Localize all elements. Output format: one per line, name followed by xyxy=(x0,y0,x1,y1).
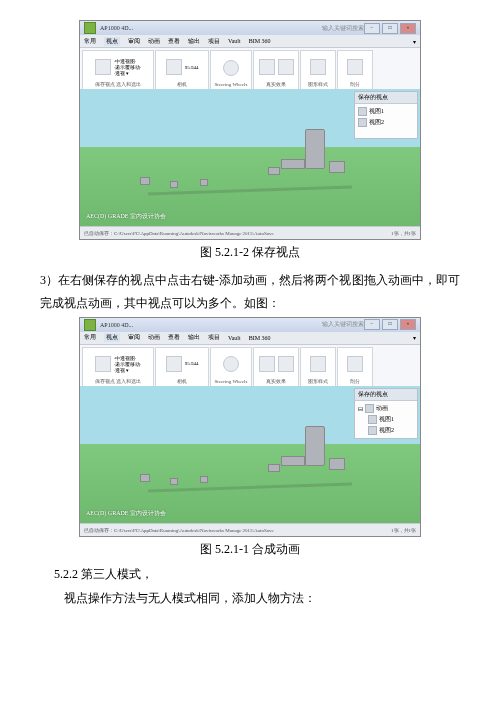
menu-item[interactable]: 输出 xyxy=(188,37,200,46)
ribbon-label: 图形样式 xyxy=(303,81,333,87)
window-titlebar: AP1000 4D... 输入关键词搜索 − □ × xyxy=(80,318,420,332)
close-button[interactable]: × xyxy=(400,319,416,330)
ribbon-label: 保存视点 xyxy=(95,82,115,87)
building-model xyxy=(268,167,280,175)
menu-item[interactable]: 审阅 xyxy=(128,333,140,342)
viewport-3d[interactable]: 保存的视点 视图1 视图2 AEC(D) GRADE 室内设计协会 xyxy=(80,89,420,227)
building-model xyxy=(140,474,150,482)
ribbon: ·中透视图··递示覆移动··透视 ▾ 保存视点 选入和选出 95.944 相机 … xyxy=(80,345,420,390)
section-icon[interactable] xyxy=(347,59,363,75)
ribbon-label: Steering Wheels xyxy=(213,379,249,384)
viewport-3d[interactable]: 保存的视点 ⊟动画 视图1 视图2 AEC(D) GRADE 室内设计协会 xyxy=(80,386,420,524)
animation-item[interactable]: ⊟动画 xyxy=(358,403,414,414)
watermark: AEC(D) GRADE 室内设计协会 xyxy=(86,212,166,221)
coord-value: 95.944 xyxy=(185,361,199,366)
viewpoint-item[interactable]: 视图2 xyxy=(358,425,414,436)
menu-item[interactable]: 输出 xyxy=(188,333,200,342)
building-model xyxy=(140,177,150,185)
menu-item[interactable]: 常用 xyxy=(84,37,96,46)
viewpoint-label: 视图2 xyxy=(379,426,394,435)
close-button[interactable]: × xyxy=(400,23,416,34)
figure-caption-1: 图 5.2.1-2 保存视点 xyxy=(40,244,460,261)
screenshot-1: AP1000 4D... 输入关键词搜索 − □ × 常用 视点 审阅 动画 查… xyxy=(79,20,421,240)
status-page: 1张，共1张 xyxy=(391,527,416,533)
menu-item[interactable]: BIM 360 xyxy=(249,335,271,341)
building-model xyxy=(329,458,345,470)
building-model xyxy=(305,426,325,466)
menu-item[interactable]: Vault xyxy=(228,38,241,44)
menu-item[interactable]: 动画 xyxy=(148,333,160,342)
effect-icon[interactable] xyxy=(278,59,294,75)
viewpoint-item[interactable]: 视图1 xyxy=(358,414,414,425)
panel-header: 保存的视点 xyxy=(355,92,417,104)
menu-bar: 常用 视点 审阅 动画 查看 输出 项目 Vault BIM 360 ▾ xyxy=(80,332,420,345)
viewpoint-icon xyxy=(358,118,367,127)
section-icon[interactable] xyxy=(347,356,363,372)
animation-label: 动画 xyxy=(376,404,388,413)
minimize-button[interactable]: − xyxy=(364,319,380,330)
dropdown-icon[interactable]: ▾ xyxy=(413,38,416,45)
camera-icon[interactable] xyxy=(166,356,182,372)
minimize-button[interactable]: − xyxy=(364,23,380,34)
maximize-button[interactable]: □ xyxy=(382,23,398,34)
viewpoint-icon xyxy=(368,426,377,435)
ribbon-label: 选入和选出 xyxy=(116,82,141,87)
watermark: AEC(D) GRADE 室内设计协会 xyxy=(86,509,166,518)
building-model xyxy=(329,161,345,173)
style-icon[interactable] xyxy=(310,59,326,75)
ribbon-label: 相机 xyxy=(158,81,206,87)
menu-item[interactable]: 项目 xyxy=(208,333,220,342)
save-viewpoint-icon[interactable] xyxy=(95,59,111,75)
viewpoint-item[interactable]: 视图2 xyxy=(358,117,414,128)
steering-wheels-icon[interactable] xyxy=(223,60,239,76)
ribbon-label: 真实效果 xyxy=(256,81,296,87)
maximize-button[interactable]: □ xyxy=(382,319,398,330)
status-page: 1张，共1张 xyxy=(391,230,416,236)
effect-icon[interactable] xyxy=(278,356,294,372)
menu-item[interactable]: 视点 xyxy=(104,333,120,342)
menu-item[interactable]: 动画 xyxy=(148,37,160,46)
ribbon-label: 剖分 xyxy=(340,378,370,384)
menu-item[interactable]: 项目 xyxy=(208,37,220,46)
menu-item[interactable]: 审阅 xyxy=(128,37,140,46)
building-model xyxy=(200,476,208,483)
app-icon xyxy=(84,22,96,34)
viewpoint-label: 视图1 xyxy=(379,415,394,424)
building-model xyxy=(305,129,325,169)
effect-icon[interactable] xyxy=(259,356,275,372)
building-model xyxy=(200,179,208,186)
steering-wheels-icon[interactable] xyxy=(223,356,239,372)
ribbon: ·中透视图··递示覆移动··透视 ▾ 保存视点 选入和选出 95.944 相机 … xyxy=(80,48,420,93)
building-model xyxy=(170,181,178,188)
saved-viewpoints-panel[interactable]: 保存的视点 视图1 视图2 xyxy=(354,91,418,139)
viewpoint-label: 视图1 xyxy=(369,107,384,116)
ribbon-label: 选入和选出 xyxy=(116,379,141,384)
paragraph-3: 3）在右侧保存的视点中点击右键-添加动画，然后将两个视图拖入动画中，即可完成视点… xyxy=(40,269,460,315)
effect-icon[interactable] xyxy=(259,59,275,75)
saved-viewpoints-panel[interactable]: 保存的视点 ⊟动画 视图1 视图2 xyxy=(354,388,418,439)
menu-bar: 常用 视点 审阅 动画 查看 输出 项目 Vault BIM 360 ▾ xyxy=(80,35,420,48)
road xyxy=(148,185,352,195)
app-icon xyxy=(84,319,96,331)
animation-icon xyxy=(365,404,374,413)
style-icon[interactable] xyxy=(310,356,326,372)
building-model xyxy=(281,456,305,466)
ribbon-label: 图形样式 xyxy=(303,378,333,384)
expand-icon[interactable]: ⊟ xyxy=(358,405,363,412)
paragraph-text: 在右侧保存的视点中点击右键-添加动画，然后将两个视图拖入动画中，即可完成视点动画… xyxy=(40,273,460,310)
status-text: 已自动保存：C:\Users\PC\AppData\Roaming\Autode… xyxy=(84,230,274,236)
camera-icon[interactable] xyxy=(166,59,182,75)
building-model xyxy=(281,159,305,169)
menu-item[interactable]: 常用 xyxy=(84,333,96,342)
save-viewpoint-icon[interactable] xyxy=(95,356,111,372)
screenshot-2: AP1000 4D... 输入关键词搜索 − □ × 常用 视点 审阅 动画 查… xyxy=(79,317,421,537)
menu-item[interactable]: Vault xyxy=(228,335,241,341)
dropdown-icon[interactable]: ▾ xyxy=(413,334,416,341)
viewpoint-icon xyxy=(358,107,367,116)
menu-item[interactable]: 查看 xyxy=(168,37,180,46)
viewpoint-icon xyxy=(368,415,377,424)
menu-item[interactable]: 视点 xyxy=(104,37,120,46)
menu-item[interactable]: 查看 xyxy=(168,333,180,342)
menu-item[interactable]: BIM 360 xyxy=(249,38,271,44)
viewpoint-item[interactable]: 视图1 xyxy=(358,106,414,117)
